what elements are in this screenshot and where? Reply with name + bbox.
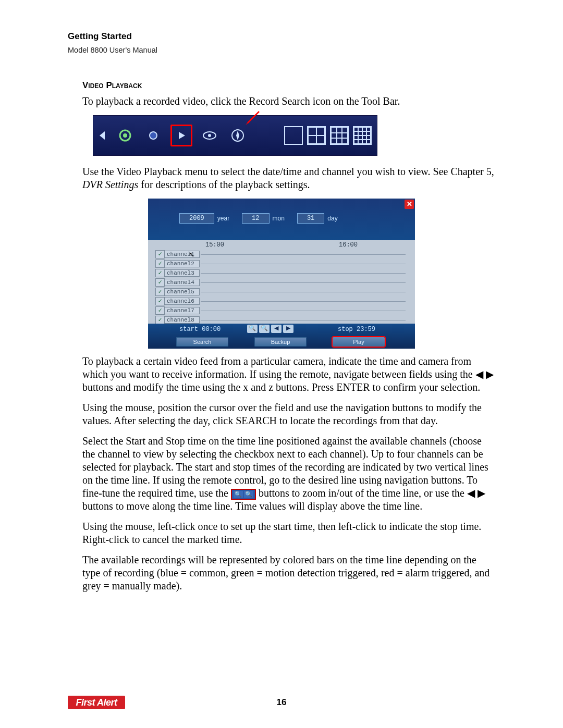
close-icon[interactable]: ✕ (405, 200, 414, 209)
paragraph-6: The available recordings will be represe… (82, 553, 495, 593)
stop-time-label: stop 23:59 (338, 326, 375, 333)
svg-point-4 (123, 133, 127, 138)
channel-timeline[interactable] (201, 254, 406, 255)
left-triangle-icon[interactable] (96, 125, 108, 146)
menu-text-italic: DVR Settings (82, 179, 138, 190)
menu-paragraph: Use the Video Playback menu to select th… (82, 165, 495, 191)
channel-checkbox[interactable]: ✓ (155, 278, 165, 287)
channel-row: ✓channel2 (155, 259, 406, 268)
day-label: day (327, 215, 337, 222)
step-fwd-icon[interactable]: ▶ (283, 325, 293, 333)
channel-checkbox[interactable]: ✓ (155, 316, 165, 324)
channel-timeline[interactable] (201, 320, 406, 320)
paragraph-2: To playback a certain video feed from a … (82, 355, 495, 394)
page-number: 16 (68, 697, 495, 708)
channel-checkbox[interactable]: ✓ (155, 297, 165, 305)
channel-checkbox[interactable]: ✓ (155, 260, 165, 268)
day-field[interactable]: 31 (297, 213, 324, 224)
page-footer: First Alert 16 (68, 696, 495, 709)
menu-text-a: Use the Video Playback menu to select th… (82, 166, 494, 177)
channel-checkbox[interactable]: ✓ (155, 269, 165, 277)
step-back-icon[interactable]: ◀ (271, 325, 282, 333)
channel-timeline[interactable] (201, 301, 406, 302)
channel-row: ✓channel6 (155, 297, 406, 306)
zoom-controls: 🔍 🔍 ◀ ▶ (247, 325, 293, 333)
gear-icon[interactable] (114, 125, 136, 146)
channel-label: channel8 (165, 316, 200, 324)
time-label-right: 16:00 (339, 241, 358, 249)
zoom-out-icon[interactable]: 🔍 (247, 325, 258, 333)
svg-marker-6 (179, 132, 185, 139)
channel-timeline[interactable] (201, 311, 406, 311)
playback-menu-figure: ✕ 2009 year 12 mon 31 day 15:00 16:00 ✓c… (148, 199, 415, 344)
paragraph-4: Select the Start and Stop time on the ti… (82, 435, 495, 513)
start-time-label: start 00:00 (179, 326, 221, 333)
preview-eye-icon[interactable] (199, 125, 221, 146)
sixteen-view-icon[interactable] (353, 126, 372, 145)
channel-row: ✓channel4 (155, 278, 406, 287)
month-label: mon (273, 215, 285, 222)
channel-checkbox[interactable]: ✓ (155, 288, 165, 296)
svg-point-5 (150, 132, 157, 139)
play-button[interactable]: Play (333, 337, 385, 347)
ptz-compass-icon[interactable] (227, 125, 249, 146)
intro-paragraph: To playback a recorded video, click the … (82, 95, 495, 108)
nine-view-icon[interactable] (330, 126, 349, 145)
paragraph-3: Using the mouse, position the cursor ove… (82, 401, 495, 427)
year-field[interactable]: 2009 (179, 213, 214, 224)
play-icon[interactable] (170, 125, 192, 146)
menu-text-c: for descriptions of the playback setting… (138, 179, 310, 190)
channel-label: channel2 (165, 260, 200, 267)
channel-timeline[interactable] (201, 264, 406, 264)
channel-label: channel6 (165, 298, 200, 305)
toolbar-figure (93, 115, 377, 156)
single-view-icon[interactable] (284, 126, 303, 145)
channel-label: channel5 (165, 288, 200, 295)
channel-row: ✓channel8 (155, 315, 406, 324)
section-heading: Video Playback (82, 80, 495, 91)
channel-label: channel7 (165, 307, 200, 314)
svg-point-8 (208, 134, 211, 137)
section-heading-text: Video Playback (82, 80, 142, 90)
month-field[interactable]: 12 (242, 213, 269, 224)
record-dot-icon[interactable] (142, 125, 164, 146)
search-button[interactable]: Search (176, 337, 228, 347)
channel-timeline[interactable] (201, 273, 406, 274)
svg-marker-2 (100, 131, 105, 140)
channel-label: channel4 (165, 279, 200, 286)
channel-timeline[interactable] (201, 292, 406, 292)
callout-arrow-icon (244, 110, 260, 126)
channel-checkbox[interactable]: ✓ (155, 250, 165, 258)
time-label-left: 15:00 (205, 241, 224, 249)
channel-checkbox[interactable]: ✓ (155, 306, 165, 315)
header-manual: Model 8800 User's Manual (68, 46, 495, 54)
channel-timeline[interactable] (201, 282, 406, 283)
channel-row: ✓channel3 (155, 268, 406, 278)
backup-button[interactable]: Backup (254, 337, 307, 347)
cursor-icon: ↖ (189, 251, 194, 258)
zoom-in-icon[interactable]: 🔍 (259, 325, 270, 333)
quad-view-icon[interactable] (307, 126, 326, 145)
svg-line-0 (248, 112, 259, 123)
channel-row: ✓channel7 (155, 306, 406, 315)
paragraph-5: Using the mouse, left-click once to set … (82, 520, 495, 546)
channel-label: channel3 (165, 269, 200, 277)
header-section: Getting Started (68, 31, 495, 42)
channel-row: ✓channel5 (155, 287, 406, 297)
year-label: year (217, 215, 229, 222)
inline-zoom-icon: 🔍🔍 (231, 489, 256, 500)
